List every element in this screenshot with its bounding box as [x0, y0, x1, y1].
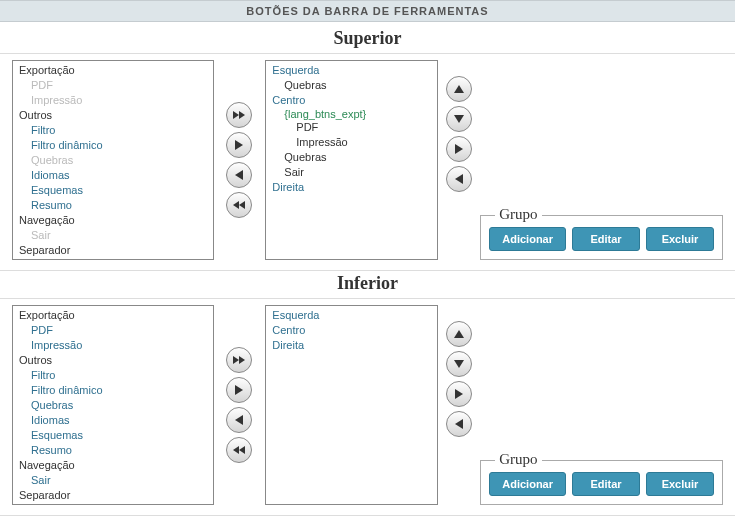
- list-item[interactable]: ------------------------: [13, 258, 213, 260]
- list-category: Outros: [13, 353, 213, 368]
- group-legend: Grupo: [495, 206, 541, 223]
- list-item[interactable]: PDF: [266, 120, 437, 135]
- list-item[interactable]: Esquemas: [13, 428, 213, 443]
- list-item[interactable]: Impressão: [266, 135, 437, 150]
- section-inferior: ExportaçãoPDFImpressãoOutrosFiltroFiltro…: [0, 299, 735, 516]
- list-item[interactable]: PDF: [13, 323, 213, 338]
- list-item[interactable]: Centro: [266, 93, 437, 108]
- move-all-right-button[interactable]: [226, 347, 252, 373]
- edit-group-button[interactable]: Editar: [572, 472, 640, 496]
- move-left-order-button[interactable]: [446, 166, 472, 192]
- add-group-button[interactable]: Adicionar: [489, 227, 566, 251]
- list-item[interactable]: Direita: [266, 180, 437, 195]
- list-item[interactable]: Resumo: [13, 443, 213, 458]
- header-bar: BOTÕES DA BARRA DE FERRAMENTAS: [0, 0, 735, 22]
- list-item[interactable]: Filtro: [13, 123, 213, 138]
- move-up-button[interactable]: [446, 321, 472, 347]
- list-item[interactable]: ------------------------: [13, 503, 213, 505]
- list-item[interactable]: Quebras: [266, 78, 437, 93]
- available-list-bottom[interactable]: ExportaçãoPDFImpressãoOutrosFiltroFiltro…: [12, 305, 214, 505]
- list-category: Separador: [13, 243, 213, 258]
- list-item[interactable]: Quebras: [266, 150, 437, 165]
- list-item[interactable]: Sair: [266, 165, 437, 180]
- list-item: Quebras: [13, 153, 213, 168]
- move-down-button[interactable]: [446, 106, 472, 132]
- list-item[interactable]: Quebras: [13, 398, 213, 413]
- move-right-order-button[interactable]: [446, 381, 472, 407]
- delete-group-button[interactable]: Excluir: [646, 472, 714, 496]
- list-item[interactable]: Idiomas: [13, 413, 213, 428]
- list-item[interactable]: Impressão: [13, 338, 213, 353]
- list-item[interactable]: Filtro dinâmico: [13, 138, 213, 153]
- list-item[interactable]: Sair: [13, 473, 213, 488]
- order-buttons-bottom: [438, 305, 480, 505]
- order-buttons-top: [438, 60, 480, 260]
- list-category: Navegação: [13, 458, 213, 473]
- move-left-button[interactable]: [226, 162, 252, 188]
- list-category: Separador: [13, 488, 213, 503]
- selected-list-bottom[interactable]: EsquerdaCentroDireita: [265, 305, 438, 505]
- available-list-top[interactable]: ExportaçãoPDFImpressãoOutrosFiltroFiltro…: [12, 60, 214, 260]
- section-superior: ExportaçãoPDFImpressãoOutrosFiltroFiltro…: [0, 54, 735, 271]
- list-item: PDF: [13, 78, 213, 93]
- list-item[interactable]: Idiomas: [13, 168, 213, 183]
- section-title-superior: Superior: [0, 26, 735, 54]
- list-item[interactable]: Esquerda: [266, 63, 437, 78]
- move-right-order-button[interactable]: [446, 136, 472, 162]
- move-right-button[interactable]: [226, 132, 252, 158]
- move-down-button[interactable]: [446, 351, 472, 377]
- move-right-button[interactable]: [226, 377, 252, 403]
- list-item[interactable]: Filtro dinâmico: [13, 383, 213, 398]
- move-up-button[interactable]: [446, 76, 472, 102]
- move-all-left-button[interactable]: [226, 437, 252, 463]
- list-item: Sair: [13, 228, 213, 243]
- list-item[interactable]: Centro: [266, 323, 437, 338]
- delete-group-button[interactable]: Excluir: [646, 227, 714, 251]
- list-item[interactable]: {lang_btns_expt}: [266, 108, 437, 120]
- list-category: Navegação: [13, 213, 213, 228]
- list-category: Exportação: [13, 308, 213, 323]
- group-box-top: Grupo Adicionar Editar Excluir: [480, 215, 723, 260]
- move-left-order-button[interactable]: [446, 411, 472, 437]
- add-group-button[interactable]: Adicionar: [489, 472, 566, 496]
- move-left-button[interactable]: [226, 407, 252, 433]
- move-all-right-button[interactable]: [226, 102, 252, 128]
- list-category: Outros: [13, 108, 213, 123]
- list-category: Exportação: [13, 63, 213, 78]
- group-legend: Grupo: [495, 451, 541, 468]
- transfer-buttons-bottom: [214, 305, 266, 505]
- list-item[interactable]: Resumo: [13, 198, 213, 213]
- edit-group-button[interactable]: Editar: [572, 227, 640, 251]
- group-box-bottom: Grupo Adicionar Editar Excluir: [480, 460, 723, 505]
- move-all-left-button[interactable]: [226, 192, 252, 218]
- list-item[interactable]: Esquemas: [13, 183, 213, 198]
- transfer-buttons-top: [214, 60, 266, 260]
- list-item: Impressão: [13, 93, 213, 108]
- list-item[interactable]: Direita: [266, 338, 437, 353]
- selected-list-top[interactable]: EsquerdaQuebrasCentro{lang_btns_expt}PDF…: [265, 60, 438, 260]
- section-title-inferior: Inferior: [0, 271, 735, 299]
- list-item[interactable]: Filtro: [13, 368, 213, 383]
- list-item[interactable]: Esquerda: [266, 308, 437, 323]
